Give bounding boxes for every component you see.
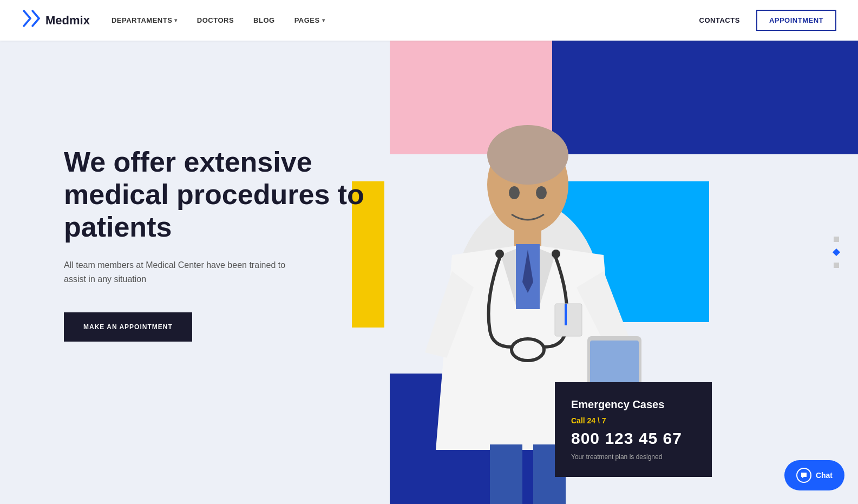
hero-subtitle: All team members at Medical Center have … xyxy=(64,258,302,286)
svg-line-3 xyxy=(32,18,39,26)
nav-right: CONTACTS APPOINTMENT xyxy=(699,10,836,31)
nav-item-blog[interactable]: BLOG xyxy=(253,16,275,24)
svg-rect-17 xyxy=(565,304,567,325)
slide-dot-3[interactable] xyxy=(834,263,839,268)
slide-dots xyxy=(834,237,839,268)
svg-point-6 xyxy=(487,125,568,185)
svg-line-2 xyxy=(32,11,39,18)
svg-line-1 xyxy=(24,18,30,26)
svg-rect-16 xyxy=(555,304,582,336)
slide-dot-2[interactable] xyxy=(833,248,840,256)
emergency-card: Emergency Cases Call 24 \ 7 800 123 45 6… xyxy=(555,382,712,477)
svg-point-15 xyxy=(552,250,560,258)
navbar: Medmix DEPARTAMENTS ▾ DOCTORS BLOG PAGES… xyxy=(0,0,858,41)
nav-item-pages[interactable]: PAGES ▾ xyxy=(294,16,325,24)
emergency-phone: 800 123 45 67 xyxy=(571,429,696,448)
chevron-down-icon-pages: ▾ xyxy=(322,17,325,23)
svg-point-10 xyxy=(536,186,547,199)
nav-links: DEPARTAMENTS ▾ DOCTORS BLOG PAGES ▾ xyxy=(112,16,699,24)
emergency-call-label: Call 24 \ 7 xyxy=(571,416,696,425)
make-appointment-button[interactable]: MAKE AN APPOINTMENT xyxy=(64,312,192,342)
logo-text: Medmix xyxy=(45,14,90,28)
svg-point-14 xyxy=(495,250,504,258)
emergency-sub: Your treatment plan is designed xyxy=(571,453,696,461)
chat-icon xyxy=(796,468,811,483)
svg-point-9 xyxy=(509,186,520,199)
chat-label: Chat xyxy=(816,471,833,480)
hero-title: We offer extensive medical procedures to… xyxy=(64,146,367,243)
appointment-button[interactable]: APPOINTMENT xyxy=(756,10,836,31)
slide-dot-1[interactable] xyxy=(834,237,839,242)
emergency-title: Emergency Cases xyxy=(571,398,696,411)
logo[interactable]: Medmix xyxy=(22,9,90,32)
nav-item-doctors[interactable]: DOCTORS xyxy=(197,16,234,24)
nav-contacts[interactable]: CONTACTS xyxy=(699,16,740,24)
svg-line-0 xyxy=(24,11,30,18)
nav-item-departaments[interactable]: DEPARTAMENTS ▾ xyxy=(112,16,178,24)
chevron-down-icon: ▾ xyxy=(174,17,178,23)
hero-content: We offer extensive medical procedures to… xyxy=(64,146,367,342)
logo-icon xyxy=(22,9,41,32)
svg-rect-18 xyxy=(490,444,522,504)
chat-button[interactable]: Chat xyxy=(784,460,844,490)
